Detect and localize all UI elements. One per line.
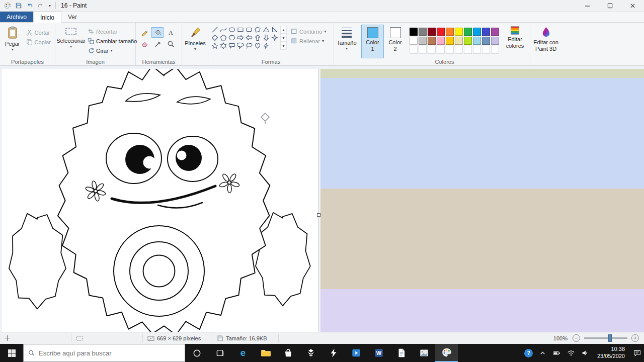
- taskbar-app-edge[interactable]: e: [231, 344, 254, 362]
- palette-swatch-empty[interactable]: [455, 46, 463, 54]
- palette-swatch[interactable]: [482, 37, 490, 45]
- palette-swatch-empty[interactable]: [482, 46, 490, 54]
- shape-arrow-up[interactable]: [253, 34, 262, 42]
- zoom-out-button[interactable]: −: [573, 334, 580, 342]
- start-button[interactable]: [0, 344, 23, 362]
- shape-polygon[interactable]: [253, 26, 262, 34]
- shape-right-triangle[interactable]: [270, 26, 279, 34]
- palette-swatch[interactable]: [491, 37, 499, 45]
- palette-swatch[interactable]: [410, 37, 418, 45]
- taskbar-app-paint[interactable]: [435, 344, 458, 362]
- taskbar-app-file-explorer[interactable]: [254, 344, 277, 362]
- action-center-button[interactable]: [630, 344, 644, 362]
- palette-swatch-empty[interactable]: [419, 46, 427, 54]
- shape-star-5[interactable]: [210, 42, 219, 50]
- taskbar-app-dropbox[interactable]: [299, 344, 322, 362]
- undo-button[interactable]: [24, 1, 35, 11]
- taskbar-clock[interactable]: 10:38 23/05/2020: [592, 344, 630, 362]
- palette-swatch[interactable]: [428, 37, 436, 45]
- palette-swatch[interactable]: [446, 28, 454, 36]
- battery-indicator[interactable]: [550, 344, 564, 362]
- network-indicator[interactable]: [564, 344, 578, 362]
- shape-arrow-right[interactable]: [236, 34, 245, 42]
- shape-pentagon[interactable]: [219, 34, 227, 42]
- color-picker-tool[interactable]: [151, 39, 164, 49]
- shape-line[interactable]: [210, 26, 219, 34]
- brushes-button[interactable]: Pinceles ▾: [184, 25, 206, 58]
- taskbar-app-photos[interactable]: [413, 344, 435, 362]
- text-tool[interactable]: A: [165, 27, 177, 38]
- rotate-button[interactable]: Girar ▾: [86, 46, 139, 55]
- shape-callout-oval[interactable]: [236, 42, 245, 50]
- palette-swatch[interactable]: [419, 28, 427, 36]
- palette-swatch[interactable]: [428, 28, 436, 36]
- palette-swatch-empty[interactable]: [473, 46, 481, 54]
- select-button[interactable]: Seleccionar ▾: [57, 25, 85, 58]
- shape-star-4[interactable]: [270, 34, 279, 42]
- shape-oval[interactable]: [227, 26, 236, 34]
- taskbar-app-store[interactable]: [277, 344, 299, 362]
- palette-swatch[interactable]: [446, 37, 454, 45]
- palette-swatch[interactable]: [464, 37, 472, 45]
- edit-paint3d-button[interactable]: Editar con Paint 3D: [532, 25, 559, 58]
- canvas-resize-handle[interactable]: [317, 213, 320, 217]
- palette-swatch-empty[interactable]: [428, 46, 436, 54]
- tray-expand-button[interactable]: [536, 344, 550, 362]
- redo-button[interactable]: [35, 1, 46, 11]
- palette-swatch[interactable]: [491, 28, 499, 36]
- quick-access-dropdown[interactable]: ▾: [46, 1, 53, 11]
- shape-star-6[interactable]: [219, 42, 227, 50]
- minimize-button[interactable]: [576, 0, 599, 12]
- shape-heart[interactable]: [253, 42, 262, 50]
- shape-arrow-left[interactable]: [245, 34, 253, 42]
- taskbar-app-document-app[interactable]: [390, 344, 413, 362]
- volume-indicator[interactable]: [578, 344, 592, 362]
- shape-arrow-down[interactable]: [262, 34, 270, 42]
- palette-swatch[interactable]: [455, 28, 463, 36]
- shape-rectangle[interactable]: [236, 26, 245, 34]
- cut-button[interactable]: Cortar: [24, 28, 53, 37]
- save-button[interactable]: [13, 1, 24, 11]
- palette-swatch[interactable]: [437, 37, 445, 45]
- shape-curve[interactable]: [219, 26, 227, 34]
- palette-swatch[interactable]: [410, 28, 418, 36]
- palette-swatch[interactable]: [455, 37, 463, 45]
- taskbar-app-word[interactable]: W: [367, 344, 390, 362]
- shape-outline-button[interactable]: Contorno ▾: [289, 27, 328, 36]
- close-button[interactable]: [621, 0, 644, 12]
- color2-button[interactable]: Color 2: [384, 25, 407, 58]
- drawing-canvas[interactable]: [2, 69, 318, 332]
- palette-swatch-empty[interactable]: [464, 46, 472, 54]
- tab-inicio[interactable]: Inicio: [33, 12, 61, 23]
- zoom-slider[interactable]: [584, 337, 627, 339]
- palette-swatch[interactable]: [437, 28, 445, 36]
- color1-button[interactable]: Color 1: [361, 25, 384, 58]
- size-button[interactable]: Tamaño ▾: [336, 25, 357, 58]
- eraser-tool[interactable]: [138, 39, 150, 49]
- taskbar-app-media-app[interactable]: [345, 344, 367, 362]
- shapes-more-button[interactable]: ▼: [280, 42, 287, 50]
- tab-archivo[interactable]: Archivo: [0, 12, 33, 22]
- cortana-button[interactable]: [185, 344, 208, 362]
- palette-swatch[interactable]: [482, 28, 490, 36]
- crop-button[interactable]: Recortar: [86, 27, 139, 36]
- shape-diamond[interactable]: [210, 34, 219, 42]
- zoom-in-button[interactable]: +: [631, 334, 639, 342]
- shape-hexagon[interactable]: [227, 34, 236, 42]
- copy-button[interactable]: Copiar: [24, 37, 53, 47]
- maximize-button[interactable]: [599, 0, 621, 12]
- palette-swatch-empty[interactable]: [491, 46, 499, 54]
- shape-callout-rounded[interactable]: [227, 42, 236, 50]
- palette-swatch-empty[interactable]: [437, 46, 445, 54]
- paste-button[interactable]: Pegar ▾: [2, 25, 23, 58]
- tab-ver[interactable]: Ver: [61, 12, 84, 22]
- shapes-scroll-down[interactable]: ▼: [280, 34, 287, 42]
- task-view-button[interactable]: [208, 344, 231, 362]
- palette-swatch[interactable]: [473, 37, 481, 45]
- palette-swatch[interactable]: [473, 28, 481, 36]
- edit-colors-button[interactable]: Editar colores: [502, 25, 528, 58]
- palette-swatch-empty[interactable]: [446, 46, 454, 54]
- help-button[interactable]: ?: [522, 344, 536, 362]
- palette-swatch-empty[interactable]: [410, 46, 418, 54]
- taskbar-search[interactable]: [23, 344, 185, 362]
